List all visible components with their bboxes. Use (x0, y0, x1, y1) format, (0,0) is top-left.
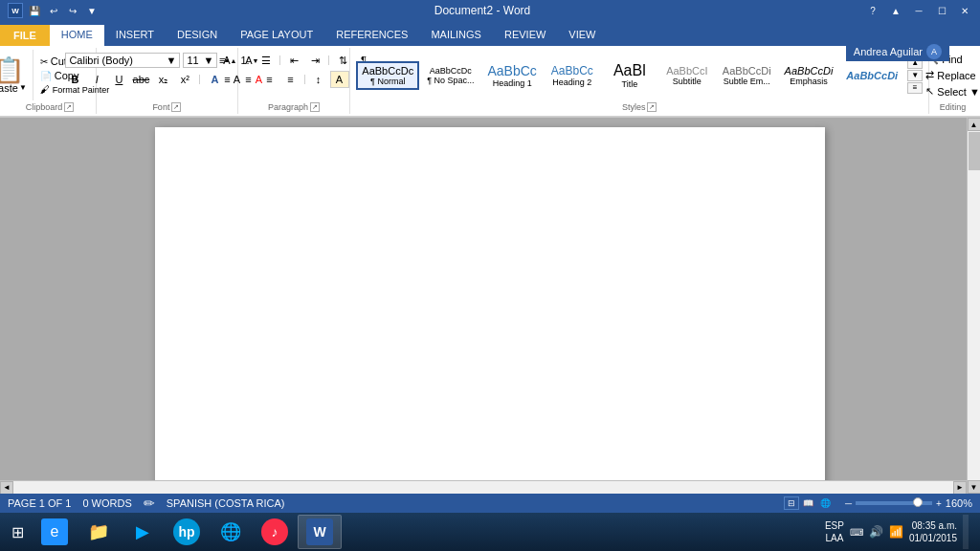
tab-page-layout[interactable]: PAGE LAYOUT (229, 25, 324, 46)
minimize-button[interactable]: ─ (911, 4, 926, 17)
tab-review[interactable]: REVIEW (493, 25, 557, 46)
user-avatar[interactable]: A (926, 44, 942, 59)
tab-references[interactable]: REFERENCES (324, 25, 419, 46)
styles-more[interactable]: ≡ (907, 82, 923, 94)
paste-button[interactable]: 📋 Paste ▼ (0, 50, 33, 100)
style-heading1[interactable]: AaBbCc Heading 1 (481, 59, 542, 92)
multilevel-btn[interactable]: ☰ (256, 52, 276, 69)
hscroll-right-btn[interactable]: ► (953, 481, 967, 495)
quick-undo[interactable]: ↩ (46, 4, 61, 17)
show-desktop-btn[interactable] (963, 515, 969, 549)
align-right-btn[interactable]: ≡ (260, 71, 279, 88)
numbering-btn[interactable]: 1. (235, 52, 255, 69)
zoom-out-btn[interactable]: ─ (845, 498, 852, 509)
tab-mailings[interactable]: MAILINGS (419, 25, 493, 46)
font-expand[interactable]: ↗ (171, 102, 181, 112)
font-size-select[interactable]: 11 ▼ (183, 53, 217, 68)
shading-btn[interactable]: A (330, 71, 349, 88)
styles-expand[interactable]: ↗ (647, 102, 657, 112)
document-area[interactable]: ▲ ▼ ◄ ► (0, 118, 980, 494)
language-indicator[interactable]: SPANISH (COSTA RICA) (167, 497, 285, 509)
styles-scroll-down[interactable]: ▼ (907, 70, 923, 81)
bold-button[interactable]: B (65, 71, 84, 88)
scroll-down-btn[interactable]: ▼ (968, 480, 981, 494)
taskbar-chrome[interactable]: 🌐 (210, 515, 252, 549)
scroll-up-btn[interactable]: ▲ (968, 118, 981, 131)
bullets-btn[interactable]: ≡• (214, 52, 234, 69)
clock[interactable]: 08:35 a.m. 01/01/2015 (909, 519, 957, 544)
line-spacing-btn[interactable]: ↕ (309, 71, 328, 88)
clipboard-expand[interactable]: ↗ (64, 102, 74, 112)
zoom-level[interactable]: 160% (946, 497, 972, 509)
strikethrough-btn[interactable]: abc (131, 71, 150, 88)
paragraph-content: ≡• 1. ☰ ⇤ ⇥ ⇅ ¶ ≡ ≡ ≡ ≡ (214, 50, 373, 100)
taskbar-ie[interactable]: e (33, 515, 76, 549)
zoom-thumb[interactable] (913, 497, 923, 507)
style-title[interactable]: AaBl Title (602, 58, 657, 93)
replace-button[interactable]: ⇄ Replace (923, 68, 978, 82)
align-left-btn[interactable]: ≡ (218, 71, 237, 88)
close-button[interactable]: ✕ (957, 4, 972, 17)
quick-save[interactable]: 💾 (27, 4, 42, 17)
clock-date: 01/01/2015 (909, 532, 957, 544)
font-name-select[interactable]: Calibri (Body) ▼ (65, 53, 180, 68)
word-count: 0 WORDS (82, 497, 131, 509)
tab-view[interactable]: VIEW (557, 25, 607, 46)
underline-button[interactable]: U (109, 71, 128, 88)
web-layout-btn[interactable]: 🌐 (818, 496, 834, 510)
style-subtle-em[interactable]: AaBbCcDi Subtle Em... (717, 61, 777, 90)
language-tray[interactable]: ESP LAA (825, 519, 844, 544)
taskbar-hp[interactable]: hp (166, 515, 208, 549)
itunes-icon: ♪ (261, 518, 288, 545)
quick-redo[interactable]: ↪ (65, 4, 80, 17)
paste-dropdown-icon[interactable]: ▼ (19, 83, 27, 92)
document-page[interactable] (155, 127, 825, 491)
hscroll-left-btn[interactable]: ◄ (0, 481, 13, 495)
paste-label: Paste (0, 82, 18, 94)
sort-btn[interactable]: ⇅ (333, 52, 352, 69)
tab-design[interactable]: DESIGN (166, 25, 229, 46)
help-button[interactable]: ? (865, 4, 880, 17)
ribbon-toggle[interactable]: ▲ (888, 4, 903, 17)
tab-file[interactable]: FILE (0, 25, 50, 46)
styles-content: AaBbCcDc ¶ Normal AaBbCcDc ¶ No Spac... … (354, 50, 924, 100)
volume-icon[interactable]: 🔊 (869, 525, 883, 539)
superscript-btn[interactable]: x² (175, 71, 194, 88)
align-center-btn[interactable]: ≡ (239, 71, 258, 88)
title-bar-right: ? ▲ ─ ☐ ✕ (865, 4, 972, 17)
outdent-btn[interactable]: ⇤ (284, 52, 303, 69)
zoom-in-btn[interactable]: + (936, 498, 942, 509)
paragraph-expand[interactable]: ↗ (310, 102, 320, 112)
format-painter-icon: 🖌 (40, 84, 50, 95)
paragraph-label: Paragraph ↗ (268, 102, 320, 112)
scroll-thumb[interactable] (969, 132, 980, 170)
style-heading2[interactable]: AaBbCc Heading 2 (545, 60, 600, 91)
cut-icon: ✂ (40, 56, 48, 67)
style-emphasis[interactable]: AaBbCcDi Emphasis (779, 61, 839, 90)
justify-btn[interactable]: ≡ (281, 71, 301, 88)
zoom-bar[interactable] (856, 501, 932, 505)
restore-button[interactable]: ☐ (934, 4, 949, 17)
quick-customize[interactable]: ▼ (84, 4, 100, 17)
taskbar-word[interactable]: W (298, 515, 342, 549)
network-icon[interactable]: 📶 (889, 525, 903, 539)
tab-home[interactable]: HOME (50, 25, 104, 46)
style-subtitle[interactable]: AaBbCcI Subtitle (659, 61, 715, 90)
style-no-space[interactable]: AaBbCcDc ¶ No Spac... (421, 62, 479, 89)
style-intense[interactable]: AaBbCcDi (840, 66, 903, 85)
select-button[interactable]: ↖ Select ▼ (923, 84, 980, 99)
italic-button[interactable]: I (87, 71, 106, 88)
print-layout-btn[interactable]: ⊟ (784, 496, 799, 510)
tab-insert[interactable]: INSERT (104, 25, 166, 46)
style-normal[interactable]: AaBbCcDc ¶ Normal (356, 61, 419, 90)
read-mode-btn[interactable]: 📖 (801, 496, 816, 510)
start-icon: ⊞ (11, 523, 24, 541)
taskbar-itunes[interactable]: ♪ (254, 515, 296, 549)
font-size-dropdown: ▼ (204, 55, 214, 66)
taskbar-media[interactable]: ▶ (122, 515, 164, 549)
indent-btn[interactable]: ⇥ (305, 52, 324, 69)
subscript-btn[interactable]: x₂ (153, 71, 172, 88)
tab-bar: FILE HOME INSERT DESIGN PAGE LAYOUT REFE… (0, 21, 980, 46)
start-button[interactable]: ⊞ (4, 515, 32, 549)
taskbar-folder[interactable]: 📁 (78, 515, 120, 549)
